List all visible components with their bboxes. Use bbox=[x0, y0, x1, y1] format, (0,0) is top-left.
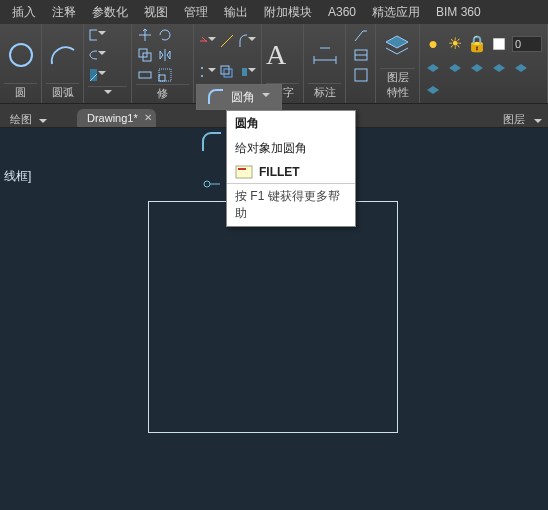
layer-tool6-icon[interactable] bbox=[424, 83, 442, 101]
status-text: 线框] bbox=[4, 168, 31, 185]
fillet-ribbon-item[interactable]: 圆角 bbox=[196, 84, 282, 110]
tab-title: Drawing1* bbox=[87, 112, 138, 124]
tooltip-hint: 按 F1 键获得更多帮助 bbox=[227, 183, 355, 226]
text-icon[interactable]: A bbox=[266, 39, 286, 71]
svg-rect-16 bbox=[242, 68, 247, 76]
drawn-rectangle bbox=[148, 201, 398, 433]
fillet-flyout-icon[interactable] bbox=[200, 130, 224, 154]
svg-point-2 bbox=[90, 51, 97, 59]
panel-dim: 标注 bbox=[308, 83, 341, 101]
offset-icon[interactable] bbox=[218, 63, 236, 81]
menu-view[interactable]: 视图 bbox=[136, 4, 176, 21]
panel-modify: 修 bbox=[136, 84, 189, 102]
menu-bim360[interactable]: BIM 360 bbox=[428, 5, 489, 19]
lock-icon[interactable]: 🔒 bbox=[468, 35, 486, 53]
svg-rect-1 bbox=[90, 30, 97, 40]
cloud-icon[interactable] bbox=[352, 66, 370, 84]
svg-rect-7 bbox=[139, 72, 151, 78]
hatch-icon[interactable] bbox=[88, 66, 106, 84]
copy-icon[interactable] bbox=[136, 46, 154, 64]
svg-rect-14 bbox=[221, 66, 229, 74]
layer-tool3-icon[interactable] bbox=[468, 61, 486, 79]
fillet-label: 圆角 bbox=[231, 89, 255, 106]
fillet-small-icon bbox=[207, 88, 225, 106]
mirror-icon[interactable] bbox=[156, 46, 174, 64]
command-icon bbox=[235, 165, 253, 179]
document-tab[interactable]: Drawing1* ✕ bbox=[77, 109, 156, 127]
menu-annotate[interactable]: 注释 bbox=[44, 4, 84, 21]
menu-featured[interactable]: 精选应用 bbox=[364, 4, 428, 21]
panel-layer: 图层 特性 bbox=[380, 68, 415, 101]
trim-icon[interactable] bbox=[198, 32, 216, 50]
layer-tool2-icon[interactable] bbox=[446, 61, 464, 79]
layer-props-icon[interactable] bbox=[380, 30, 414, 64]
layer-tool4-icon[interactable] bbox=[490, 61, 508, 79]
leader-icon[interactable] bbox=[352, 26, 370, 44]
menu-manage[interactable]: 管理 bbox=[176, 4, 216, 21]
scale-icon[interactable] bbox=[156, 66, 174, 84]
move-icon[interactable] bbox=[136, 26, 154, 44]
layer-tool5-icon[interactable] bbox=[512, 61, 530, 79]
explode-icon[interactable] bbox=[238, 63, 256, 81]
svg-rect-20 bbox=[493, 38, 505, 50]
svg-point-12 bbox=[201, 75, 203, 77]
fillet-icon[interactable] bbox=[238, 32, 256, 50]
tooltip-desc: 给对象加圆角 bbox=[227, 136, 355, 161]
panel-arc: 圆弧 bbox=[46, 83, 79, 101]
layer-name-input[interactable] bbox=[512, 36, 542, 52]
svg-point-10 bbox=[201, 67, 203, 69]
stretch-icon[interactable] bbox=[136, 66, 154, 84]
menu-addins[interactable]: 附加模块 bbox=[256, 4, 320, 21]
tooltip-command: FILLET bbox=[227, 161, 355, 183]
table-icon[interactable] bbox=[352, 46, 370, 64]
svg-point-21 bbox=[204, 181, 210, 187]
close-icon[interactable]: ✕ bbox=[144, 112, 152, 123]
color-swatch[interactable] bbox=[490, 35, 508, 53]
bulb-icon[interactable]: ● bbox=[424, 35, 442, 53]
tooltip-title: 圆角 bbox=[227, 111, 355, 136]
dimension-icon[interactable] bbox=[308, 38, 341, 72]
menu-insert[interactable]: 插入 bbox=[4, 4, 44, 21]
svg-rect-22 bbox=[236, 166, 252, 178]
edge-icon[interactable] bbox=[218, 32, 236, 50]
menu-output[interactable]: 输出 bbox=[216, 4, 256, 21]
tabbar-left-label: 绘图 bbox=[4, 112, 38, 127]
panel-draw bbox=[88, 86, 127, 101]
menu-a360[interactable]: A360 bbox=[320, 5, 364, 19]
menu-parametric[interactable]: 参数化 bbox=[84, 4, 136, 21]
array-icon[interactable] bbox=[198, 63, 216, 81]
menubar: 插入 注释 参数化 视图 管理 输出 附加模块 A360 精选应用 BIM 36… bbox=[0, 0, 548, 24]
tooltip-popup: 圆角 给对象加圆角 FILLET 按 F1 键获得更多帮助 bbox=[226, 110, 356, 227]
svg-point-0 bbox=[10, 44, 32, 66]
rotate-icon[interactable] bbox=[156, 26, 174, 44]
arc-icon[interactable] bbox=[46, 38, 79, 72]
dropdown-icon[interactable] bbox=[262, 93, 270, 101]
circle-icon[interactable] bbox=[4, 38, 37, 72]
panel-circle: 圆 bbox=[4, 83, 37, 101]
sun-icon[interactable]: ☀ bbox=[446, 35, 464, 53]
chamfer-flyout-icon[interactable] bbox=[200, 172, 224, 196]
svg-rect-19 bbox=[355, 69, 367, 81]
svg-rect-23 bbox=[238, 168, 246, 170]
svg-rect-8 bbox=[159, 75, 165, 81]
layer-tool1-icon[interactable] bbox=[424, 61, 442, 79]
ellipse-icon[interactable] bbox=[88, 46, 106, 64]
svg-rect-15 bbox=[224, 69, 232, 77]
tabbar-right-label: 图层 bbox=[495, 112, 533, 127]
rect-icon[interactable] bbox=[88, 26, 106, 44]
